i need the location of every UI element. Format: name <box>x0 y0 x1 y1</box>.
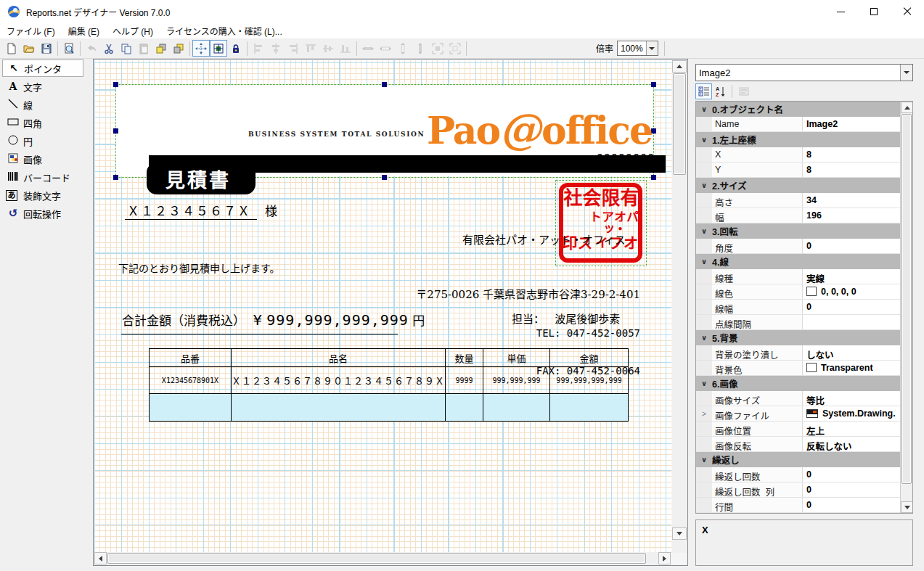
prop-category[interactable]: ∨1.左上座標 <box>696 132 900 147</box>
estimate-no-field[interactable]: 99999999 <box>597 152 655 165</box>
send-to-back-button[interactable] <box>170 40 187 57</box>
detail-table[interactable]: 品番 品名 数量 単価 金額 X12345678901X Ｘ１２３４５６７８９０… <box>149 348 629 422</box>
align-left-button[interactable] <box>250 40 267 57</box>
align-right-button[interactable] <box>285 40 302 57</box>
selection-handle[interactable] <box>651 128 656 133</box>
maximize-button[interactable] <box>857 0 891 23</box>
horizontal-scroll-thumb[interactable] <box>107 553 646 564</box>
show-grid-toggle[interactable] <box>210 40 227 57</box>
selection-handle[interactable] <box>113 128 118 133</box>
prop-row-line-width[interactable]: 線幅0 <box>696 300 900 315</box>
prop-row-name[interactable]: NameImage2 <box>696 117 900 132</box>
undo-button[interactable] <box>83 40 100 57</box>
prop-row-x[interactable]: X8 <box>696 147 900 163</box>
minimize-button[interactable] <box>824 0 857 23</box>
canvas-vertical-scrollbar[interactable] <box>672 60 687 553</box>
scroll-up-button[interactable] <box>672 60 687 73</box>
align-top-button[interactable] <box>302 40 319 57</box>
stamp-image-object[interactable]: 有限会社 パオ・アット オフィス印 <box>556 181 646 266</box>
prop-row-repeat-count-col[interactable]: 繰返し回数_列0 <box>696 482 900 498</box>
tool-decorated-text[interactable]: あ 装飾文字 <box>0 186 93 204</box>
close-button[interactable] <box>891 0 924 23</box>
scroll-thumb[interactable] <box>901 114 912 484</box>
scroll-down-button[interactable] <box>901 501 913 513</box>
tool-line[interactable]: 線 <box>0 96 93 113</box>
representative-line[interactable]: 担当： 波尾後御歩素 <box>512 311 620 326</box>
total-amount-line[interactable]: 合計金額（消費税込） ¥ 999,999,999,999 円 <box>122 311 425 329</box>
align-middle-button[interactable] <box>319 40 337 57</box>
tool-rotate[interactable]: ↺ 回転操作 <box>0 205 93 222</box>
customer-field[interactable]: Ｘ１２３４５６７Ｘ 様 <box>127 201 279 219</box>
copy-button[interactable] <box>118 40 135 57</box>
object-selector-combobox[interactable]: Image2 <box>695 64 913 81</box>
selection-handle[interactable] <box>651 82 656 87</box>
tool-text[interactable]: A 文字 <box>0 78 93 95</box>
estimate-no-label[interactable]: 見積番号： <box>518 152 576 169</box>
align-center-button[interactable] <box>267 40 285 57</box>
categorized-view-button[interactable] <box>695 83 712 99</box>
menu-edit[interactable]: 編集 (E) <box>62 23 106 38</box>
open-file-button[interactable] <box>20 40 38 57</box>
report-page[interactable]: BUSINESS SYSTEM TOTAL SOLUSION Pao@offic… <box>94 60 671 553</box>
vertical-scroll-thumb[interactable] <box>673 73 686 175</box>
selection-handle[interactable] <box>113 175 118 180</box>
prop-row-y[interactable]: Y8 <box>696 163 900 178</box>
canvas-horizontal-scrollbar[interactable] <box>94 552 671 564</box>
prop-category[interactable]: ∨6.画像 <box>696 376 900 391</box>
property-grid-scrollbar[interactable] <box>900 102 912 513</box>
prop-row-dash-gap[interactable]: 点線間隔 <box>696 315 900 330</box>
zoom-combobox[interactable]: 100% <box>617 41 658 56</box>
same-width-button[interactable] <box>359 40 377 57</box>
print-preview-button[interactable] <box>60 40 78 57</box>
prop-row-height[interactable]: 高さ34 <box>696 193 900 208</box>
prop-category[interactable]: ∨4.線 <box>696 254 900 269</box>
prop-row-angle[interactable]: 角度0 <box>696 239 900 254</box>
selection-handle[interactable] <box>113 82 118 87</box>
prop-row-bg-fill[interactable]: 背景の塗り潰ししない <box>696 345 900 361</box>
scroll-left-button[interactable] <box>94 552 107 564</box>
selection-handle[interactable] <box>382 175 387 180</box>
tool-barcode[interactable]: バーコード <box>0 168 93 186</box>
tool-pointer[interactable]: ↖ ポインタ <box>2 59 83 77</box>
prop-row-line-color[interactable]: 線色0, 0, 0, 0 <box>696 284 900 300</box>
prop-row-image-file[interactable]: >画像ファイルSystem.Drawing. <box>696 406 900 422</box>
alphabetical-sort-button[interactable]: AZ <box>712 83 729 99</box>
paste-button[interactable] <box>135 40 152 57</box>
company-name[interactable]: 有限会社パオ・アット・オフィス <box>462 231 626 247</box>
menu-help[interactable]: ヘルプ (H) <box>106 23 160 38</box>
save-button[interactable] <box>38 40 55 57</box>
prop-row-image-position[interactable]: 画像位置左上 <box>696 422 900 437</box>
scroll-up-button[interactable] <box>901 102 913 113</box>
same-height-button[interactable] <box>394 40 412 57</box>
tool-image[interactable]: 画像 <box>0 150 93 168</box>
design-canvas[interactable]: BUSINESS SYSTEM TOTAL SOLUSION Pao@offic… <box>93 59 688 566</box>
scroll-right-button[interactable] <box>658 552 671 564</box>
prop-category[interactable]: ∨2.サイズ <box>696 178 900 193</box>
selection-handle[interactable] <box>382 82 387 87</box>
tool-rectangle[interactable]: 四角 <box>0 114 93 131</box>
tool-circle[interactable]: 円 <box>0 132 93 149</box>
menu-license[interactable]: ライセンスの購入・確認 (L)... <box>160 23 289 38</box>
cut-button[interactable] <box>100 40 118 57</box>
prop-row-image-size[interactable]: 画像サイズ等比 <box>696 391 900 406</box>
same-size-button[interactable] <box>377 40 394 57</box>
menu-file[interactable]: ファイル (F) <box>0 23 62 38</box>
selection-handle[interactable] <box>651 175 656 180</box>
same-height-filled-button[interactable] <box>412 40 429 57</box>
new-document-button[interactable] <box>3 40 20 57</box>
prop-category[interactable]: ∨3.回転 <box>696 223 900 239</box>
align-bottom-button[interactable] <box>337 40 354 57</box>
prop-row-repeat-count[interactable]: 繰返し回数0 <box>696 467 900 482</box>
scroll-down-button[interactable] <box>672 527 687 540</box>
prop-row-bg-color[interactable]: 背景色Transparent <box>696 361 900 376</box>
expander-icon[interactable]: > <box>696 406 712 421</box>
lock-button[interactable] <box>227 40 245 57</box>
prop-category[interactable]: ∨0.オブジェクト名 <box>696 102 900 117</box>
prop-category[interactable]: ∨5.背景 <box>696 330 900 345</box>
prop-row-image-flip[interactable]: 画像反転反転しない <box>696 437 900 452</box>
prop-row-line-spacing[interactable]: 行間0 <box>696 498 900 513</box>
date-field[interactable]: YYYY年MM月DD日 <box>405 152 513 170</box>
prop-category[interactable]: ∨繰返し <box>696 452 900 467</box>
greeting-text[interactable]: 下記のとおり御見積申し上げます。 <box>118 260 280 275</box>
object-selector-dropdown-button[interactable] <box>900 65 912 81</box>
